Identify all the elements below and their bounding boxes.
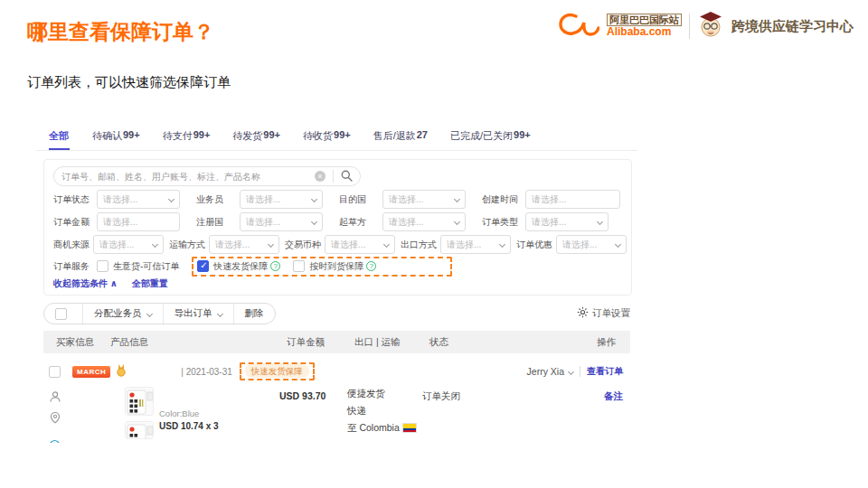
filter-label-destination-country: 目的国 [339, 193, 382, 206]
search-icon[interactable] [341, 170, 353, 183]
tab-pending-receive[interactable]: 待收货99+ [303, 129, 351, 150]
chevron-down-icon [268, 241, 274, 248]
order-row-checkbox[interactable] [49, 366, 61, 378]
select-all-checkbox[interactable] [55, 308, 67, 320]
slide-subtitle: 订单列表，可以快速筛选保障订单 [27, 74, 231, 91]
export-method-select[interactable]: 请选择... [440, 235, 511, 254]
drafter-select[interactable]: 请选择... [382, 212, 466, 231]
chevron-down-icon [454, 196, 460, 202]
salesperson-dropdown[interactable]: Jerry Xia [527, 366, 573, 377]
filter-panel: × 订单状态 请选择... 业务员 请选择... 目的国 请选择... 创建时间… [43, 159, 632, 296]
order-row-body: Leave Messages [36, 387, 637, 443]
reset-all-link[interactable]: 全部重置 [132, 277, 168, 290]
mascot-icon [697, 11, 724, 42]
chevron-down-icon [152, 241, 158, 248]
order-actions-cell: 备注 [604, 387, 623, 443]
product-text: .. Color:Blue USD 10.74 x 3 [159, 387, 286, 443]
tab-aftersale-refund[interactable]: 售后/退款27 [373, 129, 428, 150]
leave-messages-link[interactable]: Leave Messages [49, 439, 103, 443]
filter-label-order-type: 订单类型 [482, 216, 525, 229]
ship-line-1: 便捷发货 [347, 387, 422, 400]
col-export-shipping: 出口 | 运输 [354, 336, 429, 349]
select-all-cell [44, 304, 83, 324]
filter-label-create-time: 创建时间 [482, 193, 525, 206]
product-color: Color:Blue [159, 408, 286, 418]
chevron-down-icon [216, 310, 222, 316]
shipping-method-select[interactable]: 请选择... [209, 235, 279, 254]
buyer-avatar-icon [49, 390, 103, 405]
col-status: 状态 [429, 336, 597, 349]
chevron-down-icon [311, 219, 317, 225]
page-title: 哪里查看保障订单？ [27, 18, 214, 46]
order-discount-select[interactable]: 请选择... [556, 235, 627, 254]
medal-icon [116, 364, 127, 379]
trusted-order-checkbox[interactable] [97, 260, 108, 272]
guarantee-tag-highlight: 快速发货保障 [240, 362, 315, 380]
destination-country-select[interactable]: 请选择... [382, 190, 466, 209]
product-unit-price: USD 10.74 x 3 [159, 421, 286, 431]
product-thumbnails [125, 387, 154, 443]
order-type-select[interactable]: 请选择... [525, 212, 609, 231]
fast-shipping-guarantee-checkbox[interactable] [197, 260, 209, 272]
filter-label-order-discount: 订单优惠 [516, 239, 556, 251]
gear-icon [577, 306, 589, 320]
filter-label-order-amount: 订单金额 [53, 216, 97, 229]
collapse-filters-link[interactable]: 收起筛选条件 ∧ [53, 277, 118, 290]
colombia-flag-icon [402, 423, 417, 433]
filter-label-drafter: 起草方 [339, 216, 382, 229]
tab-completed-closed[interactable]: 已完成/已关闭99+ [450, 129, 531, 150]
col-order-amount: 订单金额 [287, 336, 354, 349]
filter-links-row: 收起筛选条件 ∧ 全部重置 [53, 277, 622, 290]
tab-all[interactable]: 全部 [49, 129, 70, 150]
remark-link[interactable]: 备注 [604, 390, 623, 401]
order-list-screenshot: 全部 待确认99+ 待支付99+ 待发货99+ 待收货99+ 售后/退款27 已… [36, 125, 637, 443]
clear-search-icon[interactable]: × [315, 171, 326, 182]
filter-row-2: 订单金额 注册国 请选择... 起草方 请选择... 订单类型 请选择... [53, 212, 622, 231]
chevron-down-icon [597, 219, 603, 225]
order-services-row: 订单服务 生意贷-可信订单 快速发货保障 ? 按时到货保障 ? [53, 258, 622, 275]
delete-button[interactable]: 删除 [234, 304, 275, 324]
brand-en-label: Alibaba.com [607, 26, 682, 38]
help-icon[interactable]: ? [366, 261, 376, 271]
order-status-select[interactable]: 请选择... [97, 190, 180, 209]
order-status-cell: 订单关闭 [422, 387, 604, 443]
view-order-link[interactable]: 查看订单 [587, 365, 623, 378]
orders-table-header: 买家信息 产品信息 订单金额 出口 | 运输 状态 操作 [43, 331, 630, 353]
batch-button-group: 分配业务员 导出订单 删除 [43, 303, 276, 324]
export-orders-button[interactable]: 导出订单 [164, 304, 234, 324]
tab-pending-confirm[interactable]: 待确认99+ [92, 129, 140, 150]
ontime-delivery-guarantee-checkbox[interactable] [293, 260, 305, 272]
col-product-info: 产品信息 [110, 336, 287, 349]
salesperson-select[interactable]: 请选择... [240, 190, 323, 209]
search-input[interactable] [61, 172, 315, 182]
message-clock-icon [49, 439, 61, 443]
chevron-down-icon [146, 310, 152, 316]
help-icon[interactable]: ? [270, 261, 280, 271]
tab-pending-pay[interactable]: 待支付99+ [163, 129, 211, 150]
chevron-down-icon [383, 241, 390, 248]
filter-label-order-status: 订单状态 [53, 193, 97, 206]
trade-currency-select[interactable]: 请选择... [325, 235, 395, 254]
lead-source-select[interactable]: 请选择... [93, 235, 164, 254]
alibaba-brand-text: 阿里巴巴国际站 Alibaba.com [607, 14, 682, 38]
fast-shipping-guarantee-tag: 快速发货保障 [245, 364, 309, 378]
filter-row-1: 订单状态 请选择... 业务员 请选择... 目的国 请选择... 创建时间 [53, 190, 622, 209]
product-image[interactable] [125, 421, 154, 439]
create-time-input[interactable] [525, 190, 620, 209]
batch-toolbar: 分配业务员 导出订单 删除 订单设置 [43, 303, 630, 324]
slide: 哪里查看保障订单？ 阿里巴巴国际站 Alibaba.com 跨境供应链学 [0, 0, 868, 488]
ship-line-3: 至 Colombia [347, 421, 422, 435]
chevron-down-icon [454, 219, 460, 225]
register-country-select[interactable]: 请选择... [240, 212, 323, 231]
order-amount-input[interactable] [97, 212, 180, 231]
order-settings-button[interactable]: 订单设置 [577, 306, 630, 320]
learning-center-label: 跨境供应链学习中心 [731, 18, 854, 35]
ship-line-2: 快递 [347, 404, 422, 418]
col-buyer-info: 买家信息 [56, 336, 110, 349]
product-image[interactable] [125, 387, 154, 416]
filter-label-register-country: 注册国 [196, 216, 240, 229]
service-fast-shipping-guarantee: 快速发货保障 ? [197, 260, 280, 273]
chevron-down-icon [168, 196, 175, 202]
assign-salesperson-button[interactable]: 分配业务员 [83, 304, 164, 324]
tab-pending-ship[interactable]: 待发货99+ [232, 129, 280, 150]
